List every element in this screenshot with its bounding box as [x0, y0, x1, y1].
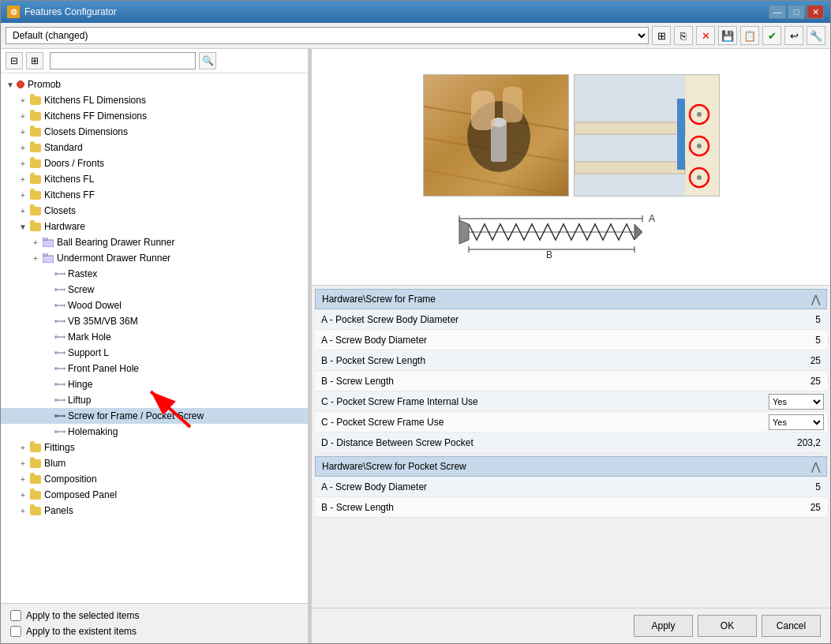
folder-icon [29, 458, 42, 469]
tree-item-vb35[interactable]: VB 35M/VB 36M [1, 313, 308, 329]
apply-existent-checkbox[interactable] [10, 626, 21, 637]
tree-search-icon[interactable]: 🔍 [199, 52, 216, 69]
composed-panel-toggle[interactable]: + [17, 489, 29, 501]
pocket-prop-value-0: 5 [764, 481, 827, 492]
svg-rect-20 [56, 352, 64, 354]
tree-root[interactable]: ▼ Promob [1, 77, 308, 92]
kitchens-fl-dim-toggle[interactable]: + [17, 94, 29, 107]
toolbar-icon-settings[interactable]: 🔧 [807, 26, 825, 45]
tree-item-panels[interactable]: + Panels [1, 503, 308, 519]
tree-item-fittings[interactable]: + Fittings [1, 440, 308, 455]
folder-icon [29, 126, 42, 137]
cancel-button[interactable]: Cancel [762, 615, 821, 637]
item-icon [54, 347, 66, 358]
kitchens-fl-label: Kitchens FL [44, 174, 94, 185]
window-controls: — □ ✕ [769, 5, 824, 19]
title-bar: ⚙ Features Configurator — □ ✕ [1, 1, 830, 23]
pocket-prop-row-1: B - Screw Length 25 [315, 497, 827, 518]
toolbar-icon-1[interactable]: ⊞ [652, 26, 671, 45]
apply-button[interactable]: Apply [634, 615, 693, 637]
prop-select-5[interactable]: Yes No [769, 414, 824, 430]
blum-toggle[interactable]: + [17, 457, 29, 470]
toolbar-icon-check[interactable]: ✔ [762, 26, 781, 45]
tree-item-rastex[interactable]: Rastex [1, 266, 308, 282]
prop-label-3: B - Screw Length [315, 376, 764, 387]
tree-item-mark-hole[interactable]: Mark Hole [1, 329, 308, 345]
prop-label-1: A - Screw Body Diameter [315, 335, 764, 346]
doors-toggle[interactable]: + [17, 157, 29, 170]
kitchens-ff-toggle[interactable]: + [17, 189, 29, 201]
ball-bearing-toggle[interactable]: + [29, 236, 42, 249]
spacer [42, 331, 54, 343]
tree-item-composition[interactable]: + Composition [1, 471, 308, 487]
tree-item-closets[interactable]: + Closets [1, 203, 308, 219]
minimize-button[interactable]: — [769, 5, 786, 19]
config-dropdown[interactable]: Default (changed) [6, 27, 649, 44]
closets-dim-toggle[interactable]: + [17, 125, 29, 138]
tree-item-standard[interactable]: + Standard [1, 140, 308, 155]
close-button[interactable]: ✕ [807, 5, 824, 19]
collapse-icon-pocket-screw: ⋀ [811, 460, 820, 473]
section-header-pocket-screw[interactable]: Hardware\Screw for Pocket Screw ⋀ [315, 456, 827, 477]
tree-collapse-all-icon[interactable]: ⊟ [6, 52, 23, 69]
prop-section-pocket-screw: Hardware\Screw for Pocket Screw ⋀ A - Sc… [315, 456, 827, 518]
undermont-toggle[interactable]: + [29, 252, 42, 264]
tree-item-kitchens-fl[interactable]: + Kitchens FL [1, 171, 308, 187]
tree-item-support-l[interactable]: Support L [1, 345, 308, 361]
tree-item-ball-bearing[interactable]: + Ball Bearing Drawer Runner [1, 234, 308, 250]
kitchens-fl-toggle[interactable]: + [17, 173, 29, 185]
config-toolbar: Default (changed) ⊞ ⎘ ✕ 💾 📋 ✔ ↩ 🔧 [1, 23, 830, 49]
apply-selected-checkbox[interactable] [10, 610, 21, 621]
toolbar-icon-save[interactable]: 💾 [718, 26, 737, 45]
kitchens-ff-dim-toggle[interactable]: + [17, 110, 29, 122]
prop-value-2: 25 [764, 355, 827, 366]
spacer [42, 394, 54, 406]
toolbar-icon-delete[interactable]: ✕ [696, 26, 715, 45]
tree-search-input[interactable] [50, 52, 196, 69]
image-area: A B [312, 49, 830, 286]
check-row-existent: Apply to the existent items [10, 626, 298, 637]
svg-marker-63 [634, 224, 642, 240]
tree-item-liftup[interactable]: Liftup [1, 392, 308, 408]
svg-marker-62 [459, 220, 469, 244]
tree-item-front-panel[interactable]: Front Panel Hole [1, 361, 308, 376]
tree-item-undermont[interactable]: + Undermont Drawer Runner [1, 250, 308, 266]
tree-item-hinge[interactable]: Hinge [1, 376, 308, 392]
tree-item-hardware[interactable]: ▼ Hardware [1, 219, 308, 234]
toolbar-icon-back[interactable]: ↩ [784, 26, 803, 45]
screw-label: Screw [68, 284, 94, 295]
section-header-screw-frame[interactable]: Hardware\Screw for Frame ⋀ [315, 289, 827, 309]
composition-toggle[interactable]: + [17, 473, 29, 485]
closets-toggle[interactable]: + [17, 204, 29, 217]
ok-button[interactable]: OK [698, 615, 757, 637]
tree-item-screw[interactable]: Screw [1, 282, 308, 298]
tree-item-kitchens-ff[interactable]: + Kitchens FF [1, 187, 308, 203]
prop-row-5: C - Pocket Screw Frame Use Yes No [315, 412, 827, 432]
tree-item-screw-frame[interactable]: Screw for Frame / Pocket Screw [1, 408, 308, 424]
panels-toggle[interactable]: + [17, 504, 29, 517]
toolbar-icon-2[interactable]: ⎘ [674, 26, 693, 45]
tree-expand-all-icon[interactable]: ⊞ [26, 52, 43, 69]
hardware-toggle[interactable]: ▼ [17, 220, 29, 233]
tree-item-holemaking[interactable]: Holemaking [1, 424, 308, 440]
screw-drawing: A B [453, 204, 690, 260]
tree-item-closets-dim[interactable]: + Closets Dimensions [1, 124, 308, 140]
prop-select-container-5: Yes No [764, 414, 827, 430]
support-l-label: Support L [68, 347, 109, 358]
pocket-prop-label-1: B - Screw Length [315, 502, 764, 513]
rastex-label: Rastex [68, 268, 97, 279]
standard-toggle[interactable]: + [17, 141, 29, 154]
prop-select-4[interactable]: Yes No [769, 394, 824, 410]
maximize-button[interactable]: □ [788, 5, 805, 19]
prop-label-2: B - Pocket Screw Length [315, 355, 764, 366]
tree-item-wood-dowel[interactable]: Wood Dowel [1, 298, 308, 313]
root-toggle[interactable]: ▼ [4, 78, 17, 91]
tree-item-composed-panel[interactable]: + Composed Panel [1, 487, 308, 503]
tree-item-kitchens-ff-dim[interactable]: + Kitchens FF Dimensions [1, 108, 308, 124]
toolbar-icon-config[interactable]: 📋 [740, 26, 759, 45]
fittings-toggle[interactable]: + [17, 441, 29, 454]
tree-item-blum[interactable]: + Blum [1, 455, 308, 471]
tree-item-kitchens-fl-dim[interactable]: + Kitchens FL Dimensions [1, 92, 308, 108]
folder-icon [29, 110, 42, 122]
tree-item-doors[interactable]: + Doors / Fronts [1, 155, 308, 171]
